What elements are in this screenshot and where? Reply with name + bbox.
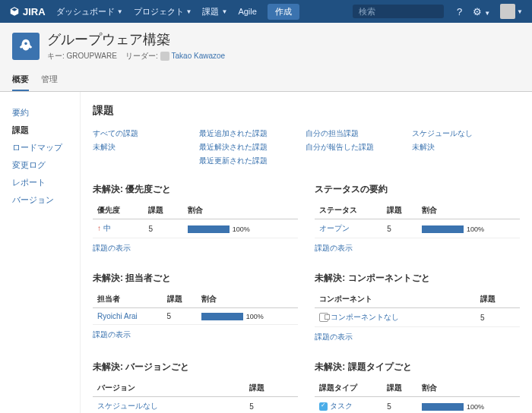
panel-assignee: 未解決: 担当者ごと 担当者課題割合 Ryoichi Arai5100% 課題の… bbox=[93, 272, 298, 342]
show-issues-link[interactable]: 課題の表示 bbox=[93, 329, 298, 340]
jira-logo[interactable]: JIRA bbox=[9, 6, 46, 17]
page-title: 課題 bbox=[93, 104, 520, 118]
show-issues-link[interactable]: 課題の表示 bbox=[93, 243, 298, 254]
nav-dashboard[interactable]: ダッシュボード▼ bbox=[56, 6, 123, 17]
rocket-icon bbox=[17, 38, 34, 55]
tab-admin[interactable]: 管理 bbox=[41, 69, 58, 91]
sidebar-item-reports[interactable]: レポート bbox=[12, 174, 80, 191]
project-header: グループウェア構築 キー: GROUPWARE リーダー: Takao Kawa… bbox=[0, 23, 532, 70]
table-row: ↑中5100% bbox=[93, 219, 298, 238]
table-row: タスク5100% bbox=[315, 397, 520, 414]
panel-status: ステータスの要約 ステータス課題割合 オープン5100% 課題の表示 bbox=[315, 183, 520, 254]
panel-version: 未解決: バージョンごと バージョン課題 スケジュールなし5 課題の表示 bbox=[93, 361, 298, 413]
search-input[interactable] bbox=[353, 5, 444, 18]
project-tabs: 概要 管理 bbox=[0, 69, 532, 92]
priority-medium-icon: ↑ bbox=[97, 224, 101, 232]
table-row: オープン5100% bbox=[315, 219, 520, 238]
chevron-down-icon: ▼ bbox=[186, 8, 192, 15]
nav-projects[interactable]: プロジェクト▼ bbox=[134, 6, 192, 17]
filter-unresolved2[interactable]: 未解決 bbox=[412, 140, 518, 154]
top-navigation: JIRA ダッシュボード▼ プロジェクト▼ 課題▼ Agile 作成 ? ⚙▼ … bbox=[0, 0, 532, 23]
filter-unresolved[interactable]: 未解決 bbox=[93, 140, 199, 154]
sidebar-item-summary[interactable]: 要約 bbox=[12, 104, 80, 121]
sidebar-item-roadmap[interactable]: ロードマップ bbox=[12, 139, 80, 156]
filter-my-assigned[interactable]: 自分の担当課題 bbox=[306, 127, 412, 140]
avatar[interactable] bbox=[500, 4, 515, 19]
filter-unscheduled[interactable]: スケジュールなし bbox=[412, 127, 518, 140]
sidebar-item-changelog[interactable]: 変更ログ bbox=[12, 156, 80, 174]
sidebar: 要約 課題 ロードマップ 変更ログ レポート バージョン bbox=[0, 92, 80, 413]
component-icon bbox=[319, 313, 328, 322]
table-row: Ryoichi Arai5100% bbox=[93, 308, 298, 325]
filter-links: すべての課題 未解決 最近追加された課題 最近解決された課題 最近更新された課題… bbox=[93, 127, 520, 168]
table-row: コンポーネントなし5 bbox=[315, 308, 520, 327]
show-issues-link[interactable]: 課題の表示 bbox=[315, 243, 520, 254]
table-row: スケジュールなし5 bbox=[93, 397, 298, 414]
project-icon bbox=[12, 33, 40, 60]
filter-recently-resolved[interactable]: 最近解決された課題 bbox=[199, 140, 306, 154]
panel-issuetype: 未解決: 課題タイプごと 課題タイプ課題割合 タスク5100% 課題の表示 bbox=[315, 361, 520, 413]
user-icon bbox=[160, 52, 169, 61]
create-button[interactable]: 作成 bbox=[268, 4, 299, 20]
leader-link[interactable]: Takao Kawazoe bbox=[172, 52, 226, 60]
panel-component: 未解決: コンポーネントごと コンポーネント課題 コンポーネントなし5 課題の表… bbox=[315, 272, 520, 342]
tab-summary[interactable]: 概要 bbox=[12, 69, 29, 91]
task-icon bbox=[319, 402, 328, 411]
filter-my-reported[interactable]: 自分が報告した課題 bbox=[306, 140, 412, 154]
help-icon[interactable]: ? bbox=[457, 6, 462, 17]
project-title: グループウェア構築 bbox=[47, 30, 225, 49]
main-content: 課題 すべての課題 未解決 最近追加された課題 最近解決された課題 最近更新され… bbox=[80, 92, 532, 413]
jira-icon bbox=[9, 6, 20, 17]
project-meta: キー: GROUPWARE リーダー: Takao Kawazoe bbox=[47, 51, 225, 61]
chevron-down-icon: ▼ bbox=[517, 8, 523, 15]
gear-icon[interactable]: ⚙▼ bbox=[473, 6, 490, 17]
nav-agile[interactable]: Agile bbox=[238, 7, 256, 16]
chevron-down-icon: ▼ bbox=[117, 8, 123, 15]
brand-text: JIRA bbox=[23, 6, 46, 17]
panel-priority: 未解決: 優先度ごと 優先度課題割合 ↑中5100% 課題の表示 bbox=[93, 183, 298, 254]
show-issues-link[interactable]: 課題の表示 bbox=[315, 332, 520, 342]
nav-issues[interactable]: 課題▼ bbox=[202, 6, 227, 17]
filter-all-issues[interactable]: すべての課題 bbox=[93, 127, 199, 140]
chevron-down-icon: ▼ bbox=[221, 8, 227, 15]
sidebar-item-versions[interactable]: バージョン bbox=[12, 191, 80, 209]
sidebar-item-issues[interactable]: 課題 bbox=[12, 121, 80, 139]
filter-recently-added[interactable]: 最近追加された課題 bbox=[199, 127, 306, 140]
filter-recently-updated[interactable]: 最近更新された課題 bbox=[199, 154, 306, 168]
